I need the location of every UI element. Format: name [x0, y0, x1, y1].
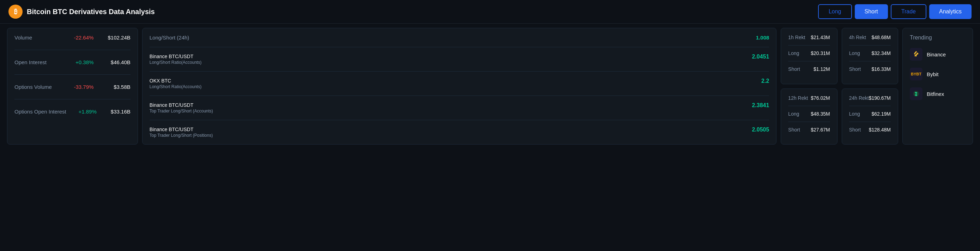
divider-2	[14, 75, 130, 75]
ratio-header-label: Long/Short (24h)	[150, 35, 189, 41]
divider-1	[14, 50, 130, 50]
rekt-12h-divider-1	[788, 106, 830, 106]
page-title: Bitcoin BTC Derivatives Data Analysis	[27, 8, 155, 16]
bitfinex-logo-icon	[910, 87, 923, 100]
rekt-24h-period-label: 24h Rekt	[849, 95, 869, 101]
rekt-panel-12h: 12h Rekt $76.02M Long $48.35M Short $27.…	[781, 89, 837, 145]
rekt-12h-period-label: 12h Rekt	[788, 95, 808, 101]
rekt-24h-divider-2	[849, 122, 891, 122]
rekt-4h-long-row: Long $32.34M	[849, 51, 891, 56]
bybit-exchange-name: Bybit	[927, 71, 939, 77]
rekt-1h-short-row: Short $1.12M	[788, 66, 830, 72]
long-short-panel: Long/Short (24h) 1.008 Binance BTC/USDT …	[142, 28, 777, 145]
rekt-1h-header: 1h Rekt $21.43M	[788, 35, 830, 40]
rekt-4h-short-value: $16.33M	[872, 66, 891, 72]
ratio-item-3-title: Binance BTC/USDT	[150, 127, 213, 132]
binance-exchange-name: Binance	[927, 51, 946, 57]
rekt-12h-total: $76.02M	[811, 95, 830, 101]
stat-label-volume: Volume	[14, 35, 60, 41]
header-left: ₿ Bitcoin BTC Derivatives Data Analysis	[8, 5, 155, 19]
ratio-item-1-value: 2.2	[761, 78, 769, 84]
stat-value-options-oi: $33.16B	[102, 109, 130, 114]
stat-change-options-volume: -33.79%	[69, 84, 94, 90]
ratio-item-3-value: 2.0505	[752, 127, 769, 133]
rekt-24h-short-label: Short	[849, 127, 861, 133]
rekt-24h-long-value: $62.19M	[872, 111, 891, 117]
rekt-24h-short-value: $128.48M	[869, 127, 891, 133]
ratio-divider-0	[150, 47, 769, 47]
ratio-divider-1	[150, 71, 769, 71]
rekt-12h-divider-2	[788, 122, 830, 122]
ratio-item-0-sub: Long/Short Ratio(Accounts)	[150, 60, 201, 65]
ratio-item-2-title: Binance BTC/USDT	[150, 102, 213, 108]
ratio-item-1-title: OKX BTC	[150, 78, 201, 84]
trending-item-bybit[interactable]: BYBT Bybit	[910, 68, 966, 80]
rekt-panel-1h: 1h Rekt $21.43M Long $20.31M Short $1.12…	[781, 28, 837, 84]
rekt-12h-long-value: $48.35M	[811, 111, 830, 117]
ratio-item-3-info: Binance BTC/USDT Top Trader Long/Short (…	[150, 127, 213, 138]
rekt-24h-long-row: Long $62.19M	[849, 111, 891, 117]
stat-change-open-interest: +0.38%	[69, 59, 94, 65]
rekt-4h-short-row: Short $16.33M	[849, 66, 891, 72]
stat-label-options-oi: Options Open Interest	[14, 109, 66, 114]
ratio-item-1-sub: Long/Short Ratio(Accounts)	[150, 84, 201, 89]
ratio-divider-3	[150, 120, 769, 120]
ratio-item-0-info: Binance BTC/USDT Long/Short Ratio(Accoun…	[150, 54, 201, 65]
rekt-1h-divider-1	[788, 45, 830, 46]
ratio-item-2-sub: Top Trader Long/Short (Accounts)	[150, 109, 213, 113]
long-button[interactable]: Long	[818, 4, 852, 19]
ratio-header: Long/Short (24h) 1.008	[150, 35, 769, 41]
bybit-logo-icon: BYBT	[910, 68, 923, 80]
rekt-12h-long-label: Long	[788, 111, 799, 117]
stat-value-options-volume: $3.58B	[102, 84, 130, 90]
rekt-4h-total: $48.68M	[872, 35, 891, 40]
rekt-1h-short-value: $1.12M	[813, 66, 830, 72]
ratio-item-0: Binance BTC/USDT Long/Short Ratio(Accoun…	[150, 54, 769, 65]
ratio-item-1-info: OKX BTC Long/Short Ratio(Accounts)	[150, 78, 201, 89]
rekt-panel-4h: 4h Rekt $48.68M Long $32.34M Short $16.3…	[842, 28, 898, 84]
rekt-1h-long-row: Long $20.31M	[788, 51, 830, 56]
stat-row-volume: Volume -22.64% $102.24B	[14, 35, 130, 41]
rekt-12h-short-row: Short $27.67M	[788, 127, 830, 133]
trending-panel: Trending Binance BYBT Bybit	[902, 28, 973, 145]
btc-logo-icon: ₿	[8, 5, 22, 19]
rekt-4h-header: 4h Rekt $48.68M	[849, 35, 891, 40]
rekt-1h-long-label: Long	[788, 51, 799, 56]
analytics-button[interactable]: Analytics	[929, 4, 972, 19]
rekt-24h-header: 24h Rekt $190.67M	[849, 95, 891, 101]
rekt-12h-long-row: Long $48.35M	[788, 111, 830, 117]
ratio-header-value: 1.008	[756, 35, 769, 41]
rekt-12h-short-label: Short	[788, 127, 800, 133]
short-button[interactable]: Short	[855, 4, 888, 19]
trade-button[interactable]: Trade	[891, 4, 926, 19]
rekt-24h-total: $190.67M	[869, 95, 891, 101]
stat-value-volume: $102.24B	[102, 35, 130, 41]
rekt-panels-grid: 1h Rekt $21.43M Long $20.31M Short $1.12…	[781, 28, 898, 145]
trending-item-bitfinex[interactable]: Bitfinex	[910, 87, 966, 100]
stat-change-options-oi: +1.89%	[72, 109, 97, 114]
rekt-panel-24h: 24h Rekt $190.67M Long $62.19M Short $12…	[842, 89, 898, 145]
rekt-24h-long-label: Long	[849, 111, 860, 117]
rekt-1h-long-value: $20.31M	[811, 51, 830, 56]
ratio-item-0-value: 2.0451	[752, 54, 769, 60]
nav-buttons: Long Short Trade Analytics	[818, 4, 972, 19]
trending-title: Trending	[910, 35, 966, 41]
stat-label-options-volume: Options Volume	[14, 84, 60, 90]
trending-item-binance[interactable]: Binance	[910, 48, 966, 60]
rekt-1h-short-label: Short	[788, 66, 800, 72]
binance-logo-icon	[910, 48, 923, 60]
rekt-1h-period-label: 1h Rekt	[788, 35, 805, 40]
rekt-4h-divider-1	[849, 45, 891, 46]
stat-row-open-interest: Open Interest +0.38% $46.40B	[14, 59, 130, 65]
rekt-1h-total: $21.43M	[811, 35, 830, 40]
ratio-item-1: OKX BTC Long/Short Ratio(Accounts) 2.2	[150, 78, 769, 89]
rekt-1h-divider-2	[788, 61, 830, 61]
rekt-12h-header: 12h Rekt $76.02M	[788, 95, 830, 101]
header: ₿ Bitcoin BTC Derivatives Data Analysis …	[0, 0, 980, 24]
divider-3	[14, 99, 130, 99]
ratio-item-2-value: 2.3841	[752, 102, 769, 109]
stats-panel: Volume -22.64% $102.24B Open Interest +0…	[7, 28, 138, 145]
rekt-24h-short-row: Short $128.48M	[849, 127, 891, 133]
rekt-4h-long-value: $32.34M	[872, 51, 891, 56]
rekt-12h-short-value: $27.67M	[811, 127, 830, 133]
